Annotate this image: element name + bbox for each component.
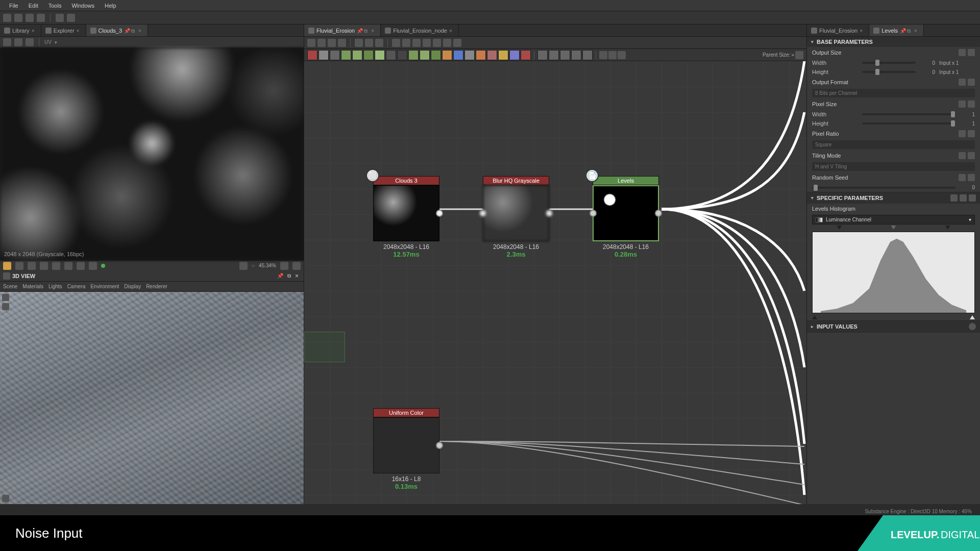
menu-windows[interactable]: Windows [66, 2, 100, 10]
link-icon[interactable] [959, 152, 966, 159]
atomic-node-icon[interactable] [307, 50, 317, 60]
output-port[interactable] [436, 210, 443, 217]
width-slider[interactable] [862, 113, 955, 115]
frame-icon[interactable] [443, 39, 451, 47]
view-3d[interactable] [0, 292, 304, 504]
opt-icon[interactable] [969, 323, 976, 330]
zoom-100-icon[interactable] [375, 39, 383, 47]
channel-icon[interactable] [15, 262, 23, 270]
opt-icon[interactable] [969, 194, 976, 202]
node-clouds3[interactable]: ⬜ Clouds 3 2048x2048 - L16 12.57ms [373, 176, 439, 258]
input-port[interactable] [590, 210, 597, 217]
preview-icon[interactable] [89, 262, 97, 270]
layers-icon[interactable] [3, 262, 11, 270]
save-image-icon[interactable] [3, 38, 11, 46]
node-icon[interactable] [521, 50, 531, 60]
height-slider[interactable] [862, 122, 955, 124]
node-icon[interactable] [408, 50, 419, 60]
pin-icon[interactable]: 📌 [277, 273, 283, 279]
tab-clouds3[interactable]: Clouds_3📌⧉× [86, 24, 148, 36]
seed-slider[interactable] [812, 187, 955, 189]
tile-icon[interactable] [40, 262, 48, 270]
popout-icon[interactable]: ⧉ [131, 28, 136, 33]
reset-icon[interactable] [968, 130, 975, 137]
node-icon[interactable] [464, 50, 475, 60]
tab-library[interactable]: Library× [0, 24, 41, 36]
menu-file[interactable]: File [4, 2, 23, 10]
snapshot-icon[interactable] [328, 39, 336, 47]
unlink-icon[interactable] [412, 39, 421, 47]
menu-materials[interactable]: Materials [22, 284, 43, 289]
input-values-header[interactable]: ▸INPUT VALUES [807, 321, 980, 332]
menu-environment[interactable]: Environment [90, 284, 119, 289]
popout-icon[interactable]: ⧉ [364, 28, 369, 33]
flow-icon[interactable] [608, 51, 617, 59]
reload-icon[interactable] [423, 39, 431, 47]
properties-badge-icon[interactable]: 📄 [585, 169, 599, 182]
node-icon[interactable] [582, 50, 593, 60]
save-icon[interactable] [37, 14, 45, 22]
node-icon[interactable] [420, 50, 430, 60]
node-graph[interactable]: ⬜ Clouds 3 2048x2048 - L16 12.57ms Blur … [304, 61, 806, 504]
node-levels[interactable]: 📄 Levels 2048x2048 - L16 0.28ms [593, 176, 659, 258]
align-icon[interactable] [392, 39, 400, 47]
menu-help[interactable]: Help [100, 2, 121, 10]
parent-size-icon[interactable]: » [791, 52, 794, 58]
close-icon[interactable]: × [860, 28, 865, 33]
select-icon[interactable] [307, 39, 315, 47]
output-format-value[interactable]: 8 Bits per Channel [812, 89, 975, 97]
reset-icon[interactable] [968, 101, 975, 108]
home-icon[interactable] [3, 14, 11, 22]
node-icon[interactable] [442, 50, 452, 60]
menu-edit[interactable]: Edit [23, 2, 43, 10]
reset-icon[interactable] [968, 49, 975, 56]
close-icon[interactable]: × [449, 28, 454, 33]
light-icon[interactable] [2, 303, 9, 310]
close-icon[interactable]: × [32, 28, 37, 33]
axis-icon[interactable] [2, 495, 9, 502]
node-icon[interactable] [549, 50, 559, 60]
tiling-mode-value[interactable]: H and V Tiling [812, 162, 975, 171]
frame[interactable] [304, 332, 345, 362]
output-port[interactable] [436, 442, 443, 449]
reset-icon[interactable] [968, 79, 975, 86]
light-icon[interactable] [618, 51, 626, 59]
grid-icon[interactable] [28, 262, 36, 270]
histogram-input-markers[interactable] [812, 226, 975, 230]
link-icon[interactable] [402, 39, 410, 47]
node-icon[interactable] [363, 50, 374, 60]
levels-histogram[interactable] [812, 232, 975, 313]
settings-icon[interactable] [795, 51, 803, 59]
node-icon[interactable] [453, 50, 463, 60]
refresh-icon[interactable] [14, 14, 22, 22]
info-icon[interactable] [338, 39, 346, 47]
node-icon[interactable] [397, 50, 407, 60]
node-icon[interactable] [386, 50, 396, 60]
pixel-ratio-value[interactable]: Square [812, 140, 975, 149]
menu-renderer[interactable]: Renderer [146, 284, 167, 289]
tab-fluvial-erosion-node[interactable]: Fluvial_Erosion_node× [381, 24, 459, 36]
link-icon[interactable] [959, 49, 966, 56]
close-icon[interactable]: × [371, 28, 376, 33]
node-icon[interactable] [431, 50, 441, 60]
link-icon[interactable] [959, 101, 966, 108]
input-port[interactable] [479, 210, 486, 217]
link-icon[interactable] [959, 174, 966, 181]
menu-camera[interactable]: Camera [67, 284, 86, 289]
close-icon[interactable]: × [138, 28, 143, 33]
close-icon[interactable]: × [914, 28, 919, 33]
copy-icon[interactable] [14, 38, 22, 46]
tab-fluvial-erosion[interactable]: Fluvial_Erosion📌⧉× [304, 24, 381, 36]
node-icon[interactable] [487, 50, 497, 60]
node-icon[interactable] [560, 50, 570, 60]
chevron-down-icon[interactable]: ▾ [55, 40, 57, 45]
node-icon[interactable] [318, 50, 329, 60]
menu-display[interactable]: Display [124, 284, 141, 289]
tab-explorer[interactable]: Explorer× [41, 24, 86, 36]
histogram-icon[interactable] [77, 262, 85, 270]
node-icon[interactable] [509, 50, 520, 60]
target-icon[interactable] [239, 262, 248, 270]
tab-fluvial-erosion-props[interactable]: Fluvial_Erosion× [807, 24, 869, 36]
reset-icon[interactable] [968, 174, 975, 181]
node-icon[interactable] [537, 50, 548, 60]
